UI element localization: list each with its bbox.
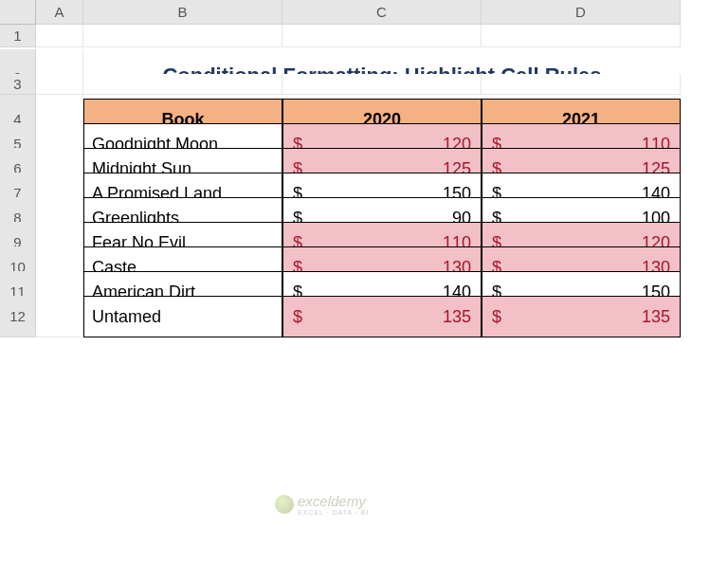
cell-D3 [482,74,681,95]
watermark-text: exceldemy [298,493,366,509]
currency-sign: $ [293,307,302,327]
row-header-1[interactable]: 1 [0,25,36,47]
cell-C1 [282,25,482,47]
cell-B3 [83,74,282,95]
amount: 135 [443,307,471,327]
watermark-sub: EXCEL · DATA · BI [298,509,369,516]
col-header-A[interactable]: A [36,0,83,25]
row-header-3[interactable]: 3 [0,74,36,95]
cell-B1 [83,25,282,47]
select-all-corner[interactable] [0,0,36,25]
value-2020[interactable]: $135 [282,296,482,337]
cell-A1 [36,25,83,47]
watermark-logo: exceldemy EXCEL · DATA · BI [275,493,369,516]
value-2021[interactable]: $135 [482,296,681,337]
row-header-12[interactable]: 12 [0,296,36,337]
amount: 135 [642,307,670,327]
cell-A3 [36,74,83,95]
col-header-D[interactable]: D [482,0,681,25]
col-header-B[interactable]: B [83,0,282,25]
cell-A12 [36,296,83,337]
currency-sign: $ [492,307,501,327]
book-cell[interactable]: Untamed [83,296,282,337]
col-header-C[interactable]: C [282,0,482,25]
cell-D1 [482,25,681,47]
cell-C3 [282,74,482,95]
leaf-icon [275,495,294,514]
